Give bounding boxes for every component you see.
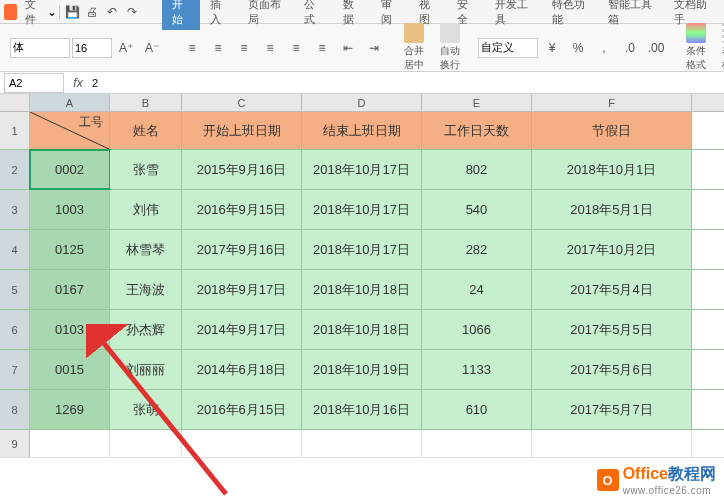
cell[interactable]: 2018年10月17日 — [302, 230, 422, 269]
cond-format-button[interactable]: 条件格式 — [680, 21, 712, 74]
cell[interactable]: 林雪琴 — [110, 230, 182, 269]
font-family-select[interactable] — [10, 38, 70, 58]
tab-layout[interactable]: 页面布局 — [238, 0, 294, 30]
cell[interactable]: 2018年10月17日 — [302, 190, 422, 229]
cell[interactable] — [302, 430, 422, 457]
indent-increase-icon[interactable]: ⇥ — [362, 36, 386, 60]
name-box[interactable]: A2 — [4, 73, 64, 93]
indent-decrease-icon[interactable]: ⇤ — [336, 36, 360, 60]
cell[interactable]: 282 — [422, 230, 532, 269]
cell[interactable]: 610 — [422, 390, 532, 429]
row-header-9[interactable]: 9 — [0, 430, 30, 457]
cell[interactable]: 2018年5月1日 — [532, 190, 692, 229]
cell[interactable]: 张萌 — [110, 390, 182, 429]
align-right-icon[interactable]: ≡ — [310, 36, 334, 60]
comma-icon[interactable]: , — [592, 36, 616, 60]
tab-smart[interactable]: 智能工具箱 — [598, 0, 663, 30]
header-diagonal[interactable]: 工号 — [30, 112, 110, 149]
col-header-a[interactable]: A — [30, 94, 110, 111]
cell[interactable]: 王海波 — [110, 270, 182, 309]
cell[interactable] — [422, 430, 532, 457]
row-header-1[interactable]: 1 — [0, 112, 30, 149]
select-all-corner[interactable] — [0, 94, 30, 111]
tab-home[interactable]: 开始 — [162, 0, 200, 30]
header-end[interactable]: 结束上班日期 — [302, 112, 422, 149]
cell[interactable]: 1133 — [422, 350, 532, 389]
cell[interactable]: 2018年10月18日 — [302, 270, 422, 309]
header-name[interactable]: 姓名 — [110, 112, 182, 149]
cell[interactable]: 2017年9月16日 — [182, 230, 302, 269]
redo-icon[interactable]: ↷ — [122, 0, 142, 24]
cell[interactable]: 2015年9月16日 — [182, 150, 302, 189]
merge-button[interactable]: 合并居中 — [398, 21, 430, 74]
number-format-select[interactable] — [478, 38, 538, 58]
cell[interactable]: 2018年10月18日 — [302, 310, 422, 349]
cell[interactable]: 张雪 — [110, 150, 182, 189]
tab-formula[interactable]: 公式 — [294, 0, 332, 30]
row-header[interactable]: 5 — [0, 270, 30, 309]
header-holiday[interactable]: 节假日 — [532, 112, 692, 149]
cell[interactable] — [110, 430, 182, 457]
cell[interactable]: 2017年5月4日 — [532, 270, 692, 309]
cell[interactable]: 2014年9月17日 — [182, 310, 302, 349]
cell[interactable]: 1269 — [30, 390, 110, 429]
increase-font-icon[interactable]: A⁺ — [114, 36, 138, 60]
row-header[interactable]: 2 — [0, 150, 30, 189]
decimal-inc-icon[interactable]: .0 — [618, 36, 642, 60]
decimal-dec-icon[interactable]: .00 — [644, 36, 668, 60]
cell[interactable]: 2016年6月15日 — [182, 390, 302, 429]
print-icon[interactable]: 🖨 — [82, 0, 102, 24]
cell[interactable]: 2018年10月16日 — [302, 390, 422, 429]
cell[interactable]: 0015 — [30, 350, 110, 389]
cell[interactable]: 0167 — [30, 270, 110, 309]
cell[interactable] — [30, 430, 110, 457]
cell[interactable]: 2018年10月1日 — [532, 150, 692, 189]
header-start[interactable]: 开始上班日期 — [182, 112, 302, 149]
cell[interactable]: 刘伟 — [110, 190, 182, 229]
row-header[interactable]: 8 — [0, 390, 30, 429]
save-icon[interactable]: 💾 — [62, 0, 82, 24]
cell[interactable]: 2017年5月7日 — [532, 390, 692, 429]
cell[interactable]: 0002 — [30, 150, 110, 189]
col-header-c[interactable]: C — [182, 94, 302, 111]
cell[interactable]: 2014年6月18日 — [182, 350, 302, 389]
cell[interactable]: 24 — [422, 270, 532, 309]
cell[interactable]: 2017年5月5日 — [532, 310, 692, 349]
row-header[interactable]: 6 — [0, 310, 30, 349]
align-left-icon[interactable]: ≡ — [258, 36, 282, 60]
fx-button[interactable]: fx — [68, 76, 88, 90]
cell[interactable]: 2018年10月17日 — [302, 150, 422, 189]
align-center-icon[interactable]: ≡ — [284, 36, 308, 60]
tab-dev[interactable]: 开发工具 — [485, 0, 541, 30]
cell[interactable] — [182, 430, 302, 457]
undo-icon[interactable]: ↶ — [102, 0, 122, 24]
formula-input[interactable] — [88, 73, 724, 93]
align-top-icon[interactable]: ≡ — [180, 36, 204, 60]
row-header[interactable]: 3 — [0, 190, 30, 229]
col-header-d[interactable]: D — [302, 94, 422, 111]
cell[interactable]: 刘丽丽 — [110, 350, 182, 389]
cell[interactable]: 540 — [422, 190, 532, 229]
cell[interactable]: 0125 — [30, 230, 110, 269]
cell[interactable]: 0103 — [30, 310, 110, 349]
decrease-font-icon[interactable]: A⁻ — [140, 36, 164, 60]
cell[interactable]: 2018年9月17日 — [182, 270, 302, 309]
font-size-select[interactable] — [72, 38, 112, 58]
cell[interactable]: 2017年10月2日 — [532, 230, 692, 269]
col-header-b[interactable]: B — [110, 94, 182, 111]
row-header[interactable]: 7 — [0, 350, 30, 389]
wrap-button[interactable]: 自动换行 — [434, 21, 466, 74]
cell[interactable]: 1003 — [30, 190, 110, 229]
col-header-e[interactable]: E — [422, 94, 532, 111]
cell[interactable]: 802 — [422, 150, 532, 189]
tab-special[interactable]: 特色功能 — [542, 0, 598, 30]
tab-data[interactable]: 数据 — [333, 0, 371, 30]
cell[interactable]: 2018年10月19日 — [302, 350, 422, 389]
align-middle-icon[interactable]: ≡ — [206, 36, 230, 60]
cell[interactable]: 孙杰辉 — [110, 310, 182, 349]
percent-icon[interactable]: % — [566, 36, 590, 60]
cell[interactable]: 1066 — [422, 310, 532, 349]
currency-icon[interactable]: ¥ — [540, 36, 564, 60]
table-style-button[interactable]: 表格样式 — [716, 21, 724, 74]
col-header-f[interactable]: F — [532, 94, 692, 111]
